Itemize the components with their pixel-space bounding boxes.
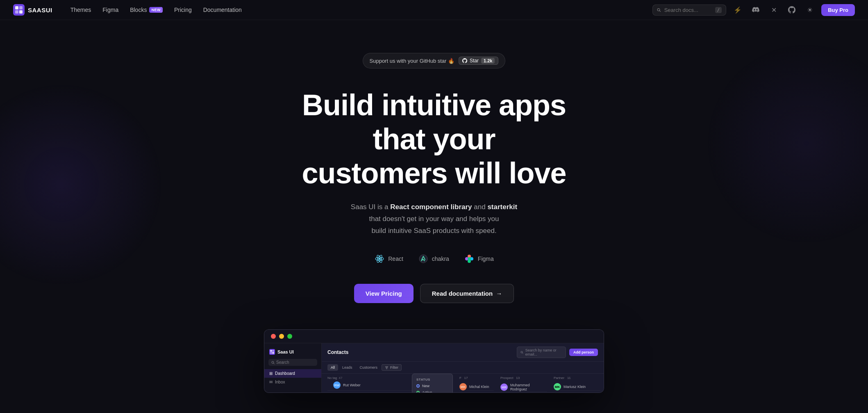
svg-line-6 — [659, 10, 661, 11]
dashboard-body: Saas UI Search ⊞ Dashboard ✉ Inbox — [264, 343, 604, 392]
svg-rect-0 — [13, 4, 25, 16]
tech-logo-chakra-label: chakra — [432, 256, 449, 262]
status-dot-active — [416, 391, 420, 392]
logo-icon — [13, 4, 25, 16]
avatar-mariusz: MK — [554, 383, 561, 390]
theme-icon[interactable]: ☀ — [803, 3, 816, 16]
buy-pro-button[interactable]: Buy Pro — [821, 4, 855, 16]
logo[interactable]: SAASUI — [13, 4, 52, 16]
navbar-right: / ⚡ ✕ ☀ Buy Pro — [652, 3, 855, 16]
sidebar-search-placeholder: Search — [276, 360, 289, 365]
status-dropdown-header: Status — [412, 376, 452, 383]
navbar-left: SAASUI Themes Figma Blocks NEW Pricing D… — [13, 4, 247, 16]
search-shortcut: / — [715, 7, 722, 13]
bolt-icon[interactable]: ⚡ — [731, 3, 744, 16]
sidebar-logo-text: Saas UI — [277, 349, 294, 354]
avatar-michal: MK — [459, 383, 467, 390]
github-banner-text: Support us with your GitHub star 🔥 — [370, 58, 454, 64]
nav-figma[interactable]: Figma — [98, 4, 123, 16]
sidebar-dashboard-icon: ⊞ — [269, 371, 273, 376]
svg-point-7 — [379, 258, 381, 260]
window-btn-maximize[interactable] — [287, 334, 292, 339]
table-row-partner-0[interactable]: MK Mariusz Klein — [554, 383, 600, 391]
contacts-search[interactable]: Search by name or email... — [517, 347, 566, 358]
svg-rect-19 — [273, 350, 274, 352]
contacts-header: Contacts Search by name or email... Add … — [322, 343, 604, 362]
table-row-f-0[interactable]: MK Michal Klein — [459, 383, 494, 391]
sidebar-search[interactable]: Search — [268, 359, 317, 366]
name-muhammed: Muhammed Rodriguez — [510, 383, 547, 391]
twitter-icon[interactable]: ✕ — [767, 3, 780, 16]
tab-customers[interactable]: Customers — [357, 364, 381, 371]
contacts-table: No tag 47 RW Rut Weber Status — [322, 374, 604, 392]
status-dropdown: Status New Active — [412, 374, 453, 392]
contacts-column-partner: Partner 11 MK Mariusz Klein — [550, 374, 604, 392]
svg-rect-17 — [269, 349, 275, 355]
no-tag-label: No tag — [327, 376, 337, 380]
search-bar[interactable]: / — [652, 5, 726, 16]
avatar-rut: RW — [333, 381, 341, 389]
nav-blocks-label: Blocks — [130, 7, 147, 13]
nav-docs[interactable]: Documentation — [198, 4, 247, 16]
search-icon — [657, 7, 661, 13]
nav-themes[interactable]: Themes — [66, 4, 96, 16]
github-icon[interactable] — [785, 3, 798, 16]
github-banner[interactable]: Support us with your GitHub star 🔥 Star … — [363, 53, 506, 68]
tech-logo-chakra: chakra — [418, 253, 449, 264]
svg-rect-20 — [270, 352, 272, 354]
status-dropdown-overlay: Status New Active — [412, 374, 453, 392]
window-btn-close[interactable] — [271, 334, 276, 339]
tag-count: 47 — [339, 376, 343, 380]
nav-pricing[interactable]: Pricing — [169, 4, 197, 16]
contacts-tabs: All Leads Customers Filter — [322, 362, 604, 374]
name-mariusz: Mariusz Klein — [564, 385, 586, 389]
sidebar-inbox-label: Inbox — [275, 380, 285, 384]
contacts-column-prospect: Prospect 13 MR Muhammed Rodriguez — [497, 374, 550, 392]
discord-icon[interactable] — [749, 3, 762, 16]
sidebar-nav-dashboard[interactable]: ⊞ Dashboard — [264, 369, 321, 378]
svg-line-25 — [523, 353, 523, 354]
search-input[interactable] — [664, 7, 712, 13]
hero-title: Build intuitive apps that your customers… — [280, 88, 588, 190]
sidebar-dashboard-label: Dashboard — [275, 371, 295, 376]
table-row-prospect-0[interactable]: MR Muhammed Rodriguez — [500, 383, 547, 392]
filter-icon — [385, 366, 389, 370]
dashboard-titlebar — [264, 330, 604, 343]
cta-buttons: View Pricing Read documentation → — [354, 284, 514, 303]
filter-button[interactable]: Filter — [382, 364, 402, 371]
svg-rect-3 — [15, 10, 18, 14]
github-octocat-icon — [462, 58, 467, 63]
contacts-title: Contacts — [327, 349, 348, 355]
tech-logo-react: React — [374, 253, 403, 264]
blocks-badge: NEW — [149, 7, 163, 13]
col-prospect-header: Prospect 13 — [500, 376, 547, 380]
status-option-active[interactable]: Active — [412, 389, 452, 392]
view-pricing-button[interactable]: View Pricing — [354, 284, 414, 303]
read-docs-label: Read documentation — [432, 290, 493, 297]
avatar-muhammed: MR — [500, 383, 508, 391]
svg-rect-21 — [273, 352, 274, 354]
hero-subtitle: Saas UI is a React component library and… — [351, 201, 517, 237]
figma-icon — [464, 253, 475, 264]
contacts-search-placeholder: Search by name or email... — [525, 348, 562, 356]
hero-title-line1: Build intuitive apps that your — [302, 89, 566, 155]
add-person-button[interactable]: Add person — [569, 349, 598, 356]
nav-links: Themes Figma Blocks NEW Pricing Document… — [66, 4, 247, 16]
tab-all[interactable]: All — [327, 364, 338, 371]
col-partner-header: Partner 11 — [554, 376, 600, 380]
read-docs-button[interactable]: Read documentation → — [420, 284, 514, 303]
nav-blocks[interactable]: Blocks NEW — [125, 4, 168, 16]
chakra-icon — [418, 253, 429, 264]
sidebar-nav-inbox[interactable]: ✉ Inbox — [264, 378, 321, 386]
svg-line-23 — [274, 363, 275, 364]
tech-logo-figma: Figma — [464, 253, 494, 264]
filter-label: Filter — [390, 365, 398, 370]
github-star-button[interactable]: Star 1.2k — [459, 57, 498, 65]
contacts-search-icon — [520, 351, 523, 354]
prospect-count: 13 — [516, 376, 520, 380]
status-option-new[interactable]: New — [412, 383, 452, 389]
window-btn-minimize[interactable] — [279, 334, 284, 339]
contacts-actions: Search by name or email... Add person — [517, 347, 598, 358]
tab-leads[interactable]: Leads — [339, 364, 356, 371]
tech-logo-figma-label: Figma — [478, 256, 494, 262]
